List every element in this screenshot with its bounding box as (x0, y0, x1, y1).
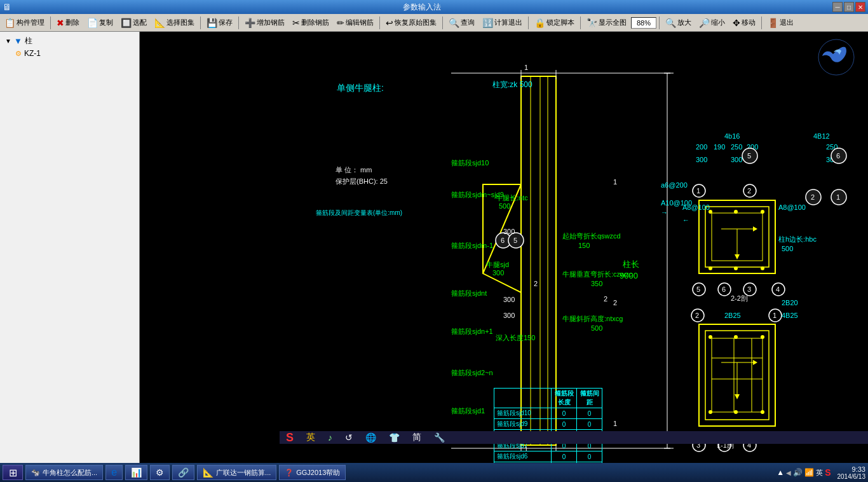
svg-point-45 (709, 266, 712, 270)
ie-icon: e (111, 467, 117, 478)
svg-text:5: 5 (747, 152, 751, 160)
zoom-input[interactable] (631, 17, 656, 29)
select-match-label: 选配 (133, 18, 147, 27)
svg-text:190: 190 (714, 143, 725, 151)
minimize-button[interactable]: ─ (832, 2, 843, 12)
start-button[interactable]: ⊞ (3, 465, 23, 480)
restore-diagram-icon: ↩ (386, 18, 393, 28)
taskbar-item-cow[interactable]: 🐄 牛角柱怎么配筋... (25, 465, 103, 480)
shirt-icon: 👕 (389, 432, 400, 443)
show-all-icon: 🔭 (587, 18, 597, 28)
taskbar-item-app4[interactable]: 🔗 (172, 465, 194, 480)
note-icon: ♪ (328, 432, 332, 443)
svg-text:1: 1 (696, 187, 700, 195)
zoom-in-button[interactable]: 🔍 放大 (662, 16, 695, 30)
toolbar-sep-7 (580, 17, 581, 29)
svg-text:300: 300 (731, 156, 742, 163)
move-icon: ✥ (733, 18, 740, 28)
svg-text:2B20: 2B20 (782, 299, 798, 306)
col-width-label: 柱宽:zk 500 (492, 79, 532, 90)
toolbar-sep-9 (761, 17, 762, 29)
svg-text:9000: 9000 (620, 271, 638, 280)
maximize-button[interactable]: □ (844, 2, 854, 12)
lang-label: 英 (816, 468, 823, 478)
svg-point-82 (734, 335, 738, 339)
table-row: 箍筋段sjd1000 (494, 408, 602, 419)
calc-exit-button[interactable]: 🔢 计算退出 (479, 16, 526, 30)
taskbar-item-app2[interactable]: 📊 (125, 465, 147, 480)
svg-text:250: 250 (731, 143, 742, 151)
svg-text:500: 500 (591, 324, 602, 332)
left-panel: ▼ ▼ 柱 ⚙ KZ-1 (0, 32, 140, 463)
svg-text:200: 200 (696, 143, 707, 151)
svg-text:1: 1 (524, 64, 528, 71)
app4-icon: 🔗 (178, 467, 189, 478)
unit-label: 单 位： mm (336, 165, 372, 175)
toolbar-sep-6 (528, 17, 529, 29)
add-rebar-icon: ➕ (245, 18, 255, 28)
save-label: 保存 (219, 18, 233, 27)
select-diagram-button[interactable]: 📐 选择图集 (151, 16, 198, 30)
svg-point-48 (734, 266, 738, 270)
show-all-label: 显示全图 (599, 18, 627, 27)
notif-up-icon: ▲ (776, 468, 784, 477)
svg-text:6: 6 (836, 152, 840, 160)
exit-button[interactable]: 🚪 退出 (764, 16, 797, 30)
component-mgmt-button[interactable]: 📋 构件管理 (1, 16, 48, 30)
show-all-button[interactable]: 🔭 显示全图 (583, 16, 630, 30)
copy-icon: 📄 (87, 18, 98, 28)
query-button[interactable]: 🔍 查询 (445, 16, 478, 30)
add-rebar-button[interactable]: ➕ 增加钢筋 (241, 16, 288, 30)
svg-text:箍筋段sjd10: 箍筋段sjd10 (451, 159, 489, 167)
svg-text:牛腿长:ntc: 牛腿长:ntc (496, 194, 528, 202)
tree-arrow-icon: ▼ (5, 38, 11, 45)
svg-text:2: 2 (747, 187, 751, 195)
drawing-title: 单侧牛腿柱: (337, 83, 384, 94)
cover-label: 保护层(BHC): 25 (336, 177, 388, 186)
delete-icon: ✖ (57, 18, 64, 28)
taskbar-item-app3[interactable]: ⚙ (150, 465, 170, 480)
select-match-button[interactable]: 🔲 选配 (118, 16, 150, 30)
component-mgmt-icon: 📋 (4, 18, 15, 28)
rebar-table-container: 箍筋段及间距变量表(单位:mm) 箍筋段长度 箍筋间距 箍筋段sjd1000 箍… (316, 209, 402, 219)
toolbar-sep-5 (442, 17, 443, 29)
lock-script-icon: 🔒 (534, 18, 545, 28)
svg-text:1: 1 (773, 312, 776, 319)
del-rebar-button[interactable]: ✂ 删除钢筋 (289, 16, 332, 30)
edit-rebar-icon: ✏ (337, 18, 344, 28)
canvas-area[interactable]: 1 1 1 1 2 箍筋段sjd10 箍筋段sjdm~sjd9 箍筋段sjdm-… (140, 32, 868, 463)
zoom-out-label: 缩小 (711, 18, 725, 27)
taskbar-item-gljd[interactable]: 📐 广联达一钢筋算... (197, 465, 276, 480)
svg-text:箍筋段sjd2~n: 箍筋段sjd2~n (451, 369, 493, 376)
svg-marker-87 (735, 394, 740, 399)
close-button[interactable]: ✕ (855, 2, 865, 12)
tree-root-label: 柱 (25, 36, 32, 46)
lock-script-button[interactable]: 🔒 锁定脚本 (531, 16, 578, 30)
save-button[interactable]: 💾 保存 (203, 16, 236, 30)
zoom-out-button[interactable]: 🔎 缩小 (696, 16, 728, 30)
copy-button[interactable]: 📄 复制 (84, 16, 116, 30)
zoom-in-label: 放大 (677, 18, 691, 27)
restore-diagram-button[interactable]: ↩ 恢复原始图集 (383, 16, 440, 30)
tree-item-kz1[interactable]: ⚙ KZ-1 (3, 48, 137, 59)
toolbar-sep-2 (200, 17, 201, 29)
clock-time: 9:33 (837, 465, 866, 473)
tree-root-column[interactable]: ▼ ▼ 柱 (3, 34, 137, 48)
svg-text:1: 1 (613, 178, 617, 186)
svg-text:牛腿sjd: 牛腿sjd (486, 261, 509, 268)
table-header-length: 箍筋段长度 (552, 389, 577, 408)
svg-point-78 (709, 335, 712, 339)
svg-point-47 (734, 210, 738, 214)
move-button[interactable]: ✥ 移动 (729, 16, 759, 30)
taskbar-item-ie[interactable]: e (105, 465, 123, 480)
taskbar-item-ggj[interactable]: ❓ GGJ2013帮助 (279, 465, 346, 480)
svg-text:300: 300 (696, 156, 707, 163)
cow-label: 牛角柱怎么配筋... (43, 468, 97, 478)
delete-button[interactable]: ✖ 删除 (53, 16, 83, 30)
svg-text:深入长度150: 深入长度150 (496, 334, 535, 341)
refresh-icon: ↺ (345, 432, 353, 443)
svg-text:3: 3 (747, 286, 751, 293)
svg-text:4B12: 4B12 (813, 132, 830, 140)
edit-rebar-button[interactable]: ✏ 编辑钢筋 (334, 16, 377, 30)
svg-text:300: 300 (503, 228, 515, 235)
